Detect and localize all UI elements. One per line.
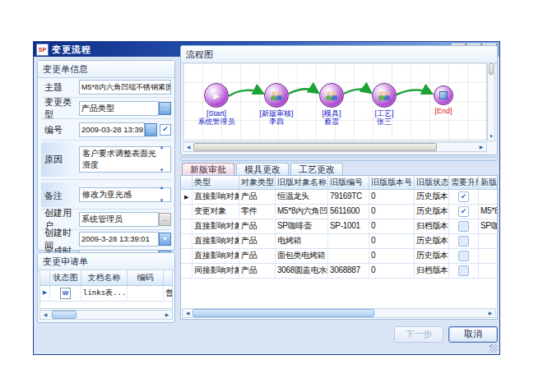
scroll-right-icon[interactable]: ▶ (476, 143, 486, 151)
grid-cell[interactable]: 直接影响对象 (193, 190, 239, 204)
flow-node-start[interactable]: ▶ [Start] 系统管理员 (193, 83, 239, 126)
grid-cell[interactable]: 归档版本 (415, 219, 449, 233)
grid-cell[interactable]: 历史版本 (415, 249, 449, 263)
scroll-left-icon[interactable]: ◀ (183, 143, 193, 151)
grid-cell[interactable] (328, 249, 369, 263)
grid-row[interactable]: ▶直接影响对象产品恒温龙头79169TC0历史版本✔ (181, 190, 497, 205)
scroll-left-icon[interactable]: ◀ (40, 311, 50, 319)
grid-cell-new-name[interactable]: SP咖 (479, 219, 498, 233)
create-time-input[interactable]: 2009-3-28 13:39:01 (79, 232, 159, 247)
grid-cell[interactable]: 电烤箱 (276, 234, 328, 248)
grid-cell[interactable]: 0 (369, 249, 415, 263)
creator-browse-button[interactable]: ... (159, 213, 171, 226)
grid-cell[interactable]: 恒温龙头 (276, 190, 328, 204)
grid-column-header[interactable]: 类型 (193, 176, 239, 189)
upgrade-checkbox[interactable] (458, 251, 469, 261)
grid-column-header[interactable]: 旧版版本号 (369, 176, 415, 189)
grid-column-header[interactable]: 对象类型 (239, 176, 276, 189)
request-table-row[interactable]: ▶ W links表... 普通 (40, 286, 172, 302)
horizontal-splitter[interactable] (180, 157, 498, 161)
change-type-browse-button[interactable]: ... (159, 102, 171, 115)
upgrade-checkbox[interactable] (458, 221, 469, 232)
reason-scroll-down[interactable]: ▼ (158, 167, 165, 173)
grid-cell[interactable]: 零件 (239, 205, 276, 219)
grid-column-header[interactable]: 需要升版 (449, 176, 479, 189)
grid-cell[interactable]: 79169TC (328, 190, 369, 204)
grid-cell[interactable]: 5611600 (328, 205, 369, 219)
grid-cell[interactable]: 0 (369, 205, 415, 219)
grid-cell[interactable]: 产品 (239, 264, 276, 278)
grid-cell[interactable]: 间接影响对象 (193, 264, 239, 278)
grid-column-header[interactable]: 新版 (479, 176, 498, 189)
grid-cell[interactable]: 产品 (239, 190, 276, 204)
grid-cell[interactable]: 直接影响对象 (193, 249, 239, 263)
tab-mold-change[interactable]: 模具更改 (236, 163, 289, 176)
grid-cell[interactable]: 面包类电烤箱 (276, 249, 328, 263)
grid-cell[interactable]: 直接影响对象 (193, 219, 239, 233)
grid-cell[interactable]: 产品 (239, 249, 276, 263)
number-input[interactable]: 2009-03-28 13:39:01 (79, 122, 145, 137)
scroll-right-icon[interactable]: ▶ (485, 309, 495, 317)
next-step-button[interactable]: 下一步 (394, 326, 443, 343)
grid-cell[interactable]: 3068887 (328, 264, 369, 278)
number-browse-button[interactable]: ... (145, 123, 157, 136)
upgrade-checkbox[interactable]: ✔ (458, 206, 469, 217)
grid-cell-new-name[interactable]: M5*8 (479, 205, 498, 219)
remark-scroll-up[interactable]: ▲ (158, 184, 165, 191)
grid-column-header[interactable]: 旧版状态 (415, 176, 449, 189)
flow-vscrollbar[interactable]: ▲ ▼ (487, 62, 495, 141)
grid-hscrollbar[interactable]: ◀ ▶ (182, 308, 496, 318)
grid-row[interactable]: 变更对象零件M5*8内六角凹...56116000历史版本✔M5*8 (181, 205, 497, 219)
resize-grip[interactable] (490, 344, 498, 353)
grid-cell[interactable]: 历史版本 (415, 205, 449, 219)
scroll-left-icon[interactable]: ◀ (183, 309, 193, 317)
grid-cell[interactable]: SP咖啡壶 (276, 219, 328, 233)
grid-cell[interactable] (328, 234, 369, 248)
grid-row[interactable]: 直接影响对象产品电烤箱0历史版本 (181, 234, 497, 249)
grid-row[interactable]: 间接影响对象产品3068圆盖电水壶30688870归档版本 (181, 264, 497, 279)
grid-cell[interactable]: 0 (369, 219, 415, 233)
grid-cell[interactable]: 历史版本 (415, 190, 449, 204)
grid-cell-new-name[interactable] (479, 234, 498, 248)
grid-cell-new-name[interactable] (479, 249, 498, 263)
grid-cell[interactable]: M5*8内六角凹... (276, 205, 328, 219)
grid-header-row[interactable]: 类型对象类型旧版对象名称旧版编号旧版版本号旧版状态需要升版新版 (181, 176, 497, 190)
remark-scroll-down[interactable]: ▼ (158, 197, 165, 204)
upgrade-checkbox[interactable]: ✔ (458, 191, 469, 202)
flow-node-process[interactable]: [工艺] 张三 (361, 83, 407, 126)
grid-row[interactable]: 直接影响对象产品面包类电烤箱0历史版本 (181, 249, 497, 264)
grid-cell-new-name[interactable] (479, 264, 498, 278)
flow-node-review[interactable]: [新版审核] 李四 (253, 83, 299, 126)
cancel-button[interactable]: 取消 (448, 326, 498, 343)
grid-cell[interactable]: 0 (369, 234, 415, 248)
grid-cell[interactable]: 0 (369, 190, 415, 204)
grid-cell[interactable]: 3068圆盖电水壶 (276, 264, 328, 278)
scroll-right-icon[interactable]: ▶ (162, 311, 172, 319)
grid-cell[interactable]: SP-1001 (328, 219, 369, 233)
change-type-input[interactable]: 产品类型 (79, 101, 159, 116)
grid-cell[interactable]: 变更对象 (193, 205, 239, 219)
upgrade-checkbox[interactable] (458, 236, 469, 247)
grid-cell[interactable]: 产品 (239, 234, 276, 248)
flow-node-end[interactable]: [End] (420, 85, 466, 115)
request-table-hscrollbar[interactable]: ◀ ▶ (39, 310, 173, 320)
grid-cell-new-name[interactable] (479, 190, 498, 204)
tab-process-change[interactable]: 工艺更改 (290, 163, 343, 176)
subject-input[interactable]: M5*8内六角凹端不锈钢紧固螺钉 (79, 80, 171, 95)
grid-cell[interactable]: 0 (369, 264, 415, 278)
tab-new-version-approval[interactable]: 新版审批 (182, 163, 234, 176)
flow-canvas[interactable]: ▶ [Start] 系统管理员 [新版审核] 李四 [模具] 蔡震 [工艺] 张… (183, 62, 487, 141)
scroll-down-icon[interactable]: ▼ (488, 132, 494, 141)
upgrade-checkbox[interactable] (458, 265, 469, 276)
flow-hscrollbar[interactable]: ◀ ▶ (183, 142, 487, 152)
grid-cell[interactable]: 产品 (239, 219, 276, 233)
grid-cell[interactable]: 归档版本 (415, 264, 449, 278)
grid-cell[interactable]: 历史版本 (415, 234, 449, 248)
grid-column-header[interactable]: 旧版对象名称 (276, 176, 328, 189)
grid-row[interactable]: 直接影响对象产品SP咖啡壶SP-10010归档版本SP咖 (181, 219, 497, 234)
flow-node-mold[interactable]: [模具] 蔡震 (309, 83, 355, 126)
grid-column-header[interactable]: 旧版编号 (328, 176, 369, 189)
reason-scroll-up[interactable]: ▲ (158, 144, 165, 150)
create-time-dropdown-button[interactable]: ▼ (159, 233, 171, 246)
number-checkbox[interactable]: ✔ (160, 124, 171, 136)
